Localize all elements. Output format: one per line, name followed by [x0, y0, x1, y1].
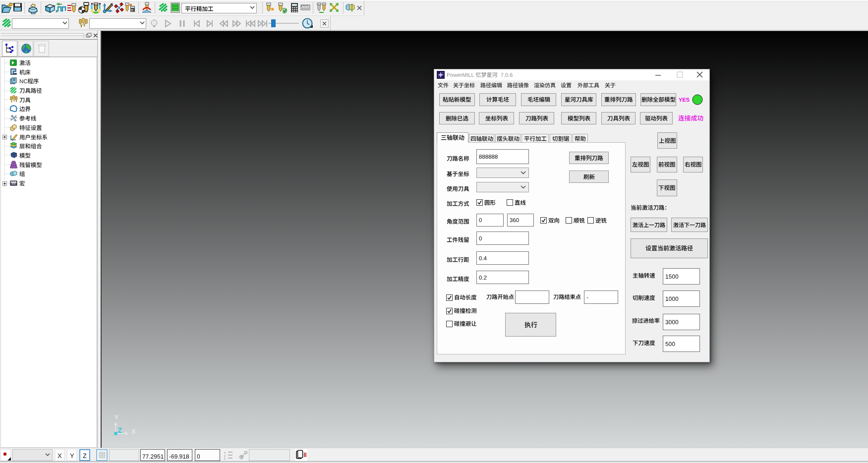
svg-text:X: X — [131, 428, 136, 435]
svg-text:Y: Y — [115, 413, 119, 421]
svg-text:Z: Z — [117, 426, 122, 434]
svg-text:z: z — [224, 457, 226, 460]
